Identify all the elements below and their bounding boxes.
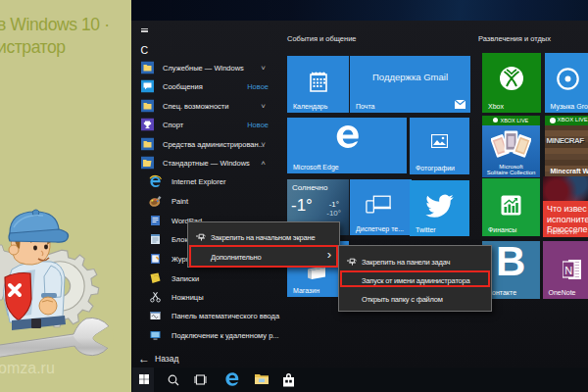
svg-text:N: N	[564, 265, 572, 276]
